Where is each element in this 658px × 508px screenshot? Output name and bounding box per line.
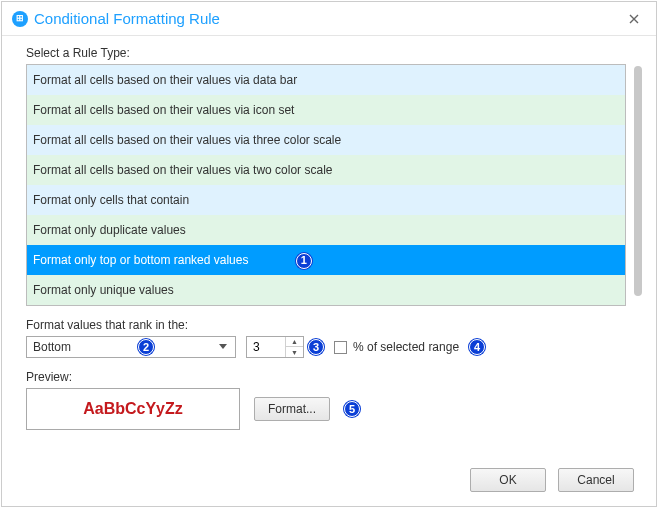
rule-type-item[interactable]: Format only unique values <box>27 275 625 305</box>
rank-controls: Bottom 2 ▲ ▼ 3 % of <box>26 336 634 358</box>
rule-type-item[interactable]: Format all cells based on their values v… <box>27 125 625 155</box>
percent-label: % of selected range <box>353 340 459 354</box>
step-badge-5: 5 <box>344 401 360 417</box>
rule-type-item[interactable]: Format all cells based on their values v… <box>27 65 625 95</box>
step-badge-4: 4 <box>469 339 485 355</box>
preview-section: Preview: AaBbCcYyZz Format... 5 <box>26 370 634 430</box>
close-button[interactable] <box>622 7 646 31</box>
format-button-label: Format... <box>268 402 316 416</box>
rule-type-item-selected[interactable]: Format only top or bottom ranked values … <box>27 245 625 275</box>
rule-type-item[interactable]: Format only values that are above or bel… <box>27 305 625 306</box>
preview-box: AaBbCcYyZz <box>26 388 240 430</box>
rule-type-list-wrap: Format all cells based on their values v… <box>26 64 634 306</box>
rule-type-item-label: Format only top or bottom ranked values <box>33 253 248 267</box>
format-button[interactable]: Format... <box>254 397 330 421</box>
ok-button-label: OK <box>499 473 516 487</box>
preview-label: Preview: <box>26 370 634 384</box>
app-icon: ⊞ <box>12 11 28 27</box>
rule-type-item[interactable]: Format only cells that contain <box>27 185 625 215</box>
rank-direction-combo[interactable]: Bottom 2 <box>26 336 236 358</box>
rule-type-list[interactable]: Format all cells based on their values v… <box>26 64 626 306</box>
step-badge-1: 1 <box>296 253 312 269</box>
close-icon <box>629 14 639 24</box>
step-badge-3: 3 <box>308 339 324 355</box>
cancel-button-label: Cancel <box>577 473 614 487</box>
rule-type-item[interactable]: Format only duplicate values <box>27 215 625 245</box>
step-badge-2: 2 <box>138 339 154 355</box>
window-title: Conditional Formatting Rule <box>34 10 622 27</box>
cancel-button[interactable]: Cancel <box>558 468 634 492</box>
chevron-down-icon <box>219 344 227 350</box>
preview-row: AaBbCcYyZz Format... 5 <box>26 388 634 430</box>
combo-dropdown-button[interactable] <box>215 338 231 356</box>
checkbox-box[interactable] <box>334 341 347 354</box>
rule-list-scrollbar[interactable] <box>634 64 642 306</box>
rule-type-label: Select a Rule Type: <box>26 46 634 60</box>
percent-checkbox[interactable]: % of selected range <box>334 340 459 354</box>
spinner-down[interactable]: ▼ <box>286 347 303 357</box>
titlebar: ⊞ Conditional Formatting Rule <box>2 2 656 36</box>
dialog-footer: OK Cancel <box>470 468 634 492</box>
rule-type-item[interactable]: Format all cells based on their values v… <box>27 95 625 125</box>
rank-label: Format values that rank in the: <box>26 318 634 332</box>
rule-type-item[interactable]: Format all cells based on their values v… <box>27 155 625 185</box>
dialog-window: ⊞ Conditional Formatting Rule Select a R… <box>1 1 657 507</box>
spinner-buttons: ▲ ▼ <box>285 337 303 357</box>
spinner-up[interactable]: ▲ <box>286 337 303 347</box>
preview-sample-text: AaBbCcYyZz <box>83 400 183 418</box>
rank-count-input[interactable] <box>247 337 285 357</box>
ok-button[interactable]: OK <box>470 468 546 492</box>
scrollbar-thumb[interactable] <box>634 66 642 296</box>
rank-count-spinner[interactable]: ▲ ▼ <box>246 336 304 358</box>
dialog-content: Select a Rule Type: Format all cells bas… <box>2 36 656 506</box>
rank-direction-value: Bottom <box>33 340 132 354</box>
rank-section: Format values that rank in the: Bottom 2… <box>26 318 634 358</box>
